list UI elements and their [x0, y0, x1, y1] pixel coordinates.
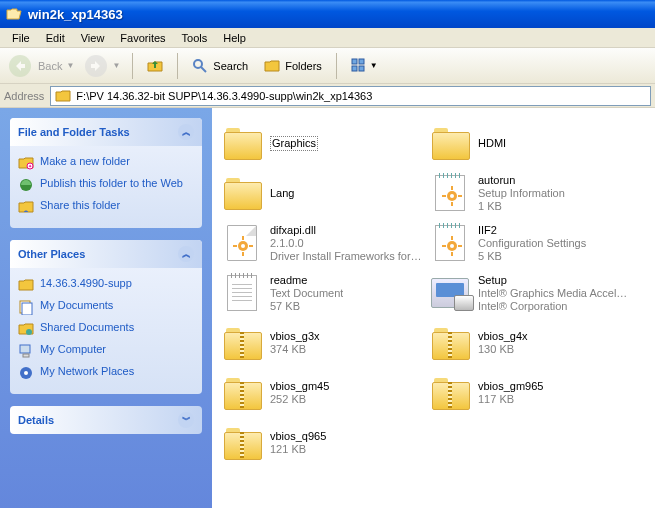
file-item[interactable]: Lang	[218, 168, 426, 218]
forward-button[interactable]	[82, 52, 110, 80]
menu-edit[interactable]: Edit	[38, 30, 73, 46]
menu-help[interactable]: Help	[215, 30, 254, 46]
file-subline: 374 KB	[270, 343, 320, 356]
views-dropdown-icon[interactable]: ▼	[370, 61, 378, 70]
svg-rect-12	[22, 303, 32, 315]
file-subline: 1 KB	[478, 200, 565, 213]
titlebar: win2k_xp14363	[0, 0, 655, 28]
file-name: autorun	[478, 174, 565, 187]
file-item[interactable]: difxapi.dll2.1.0.0Driver Install Framewo…	[218, 218, 426, 268]
menu-tools[interactable]: Tools	[174, 30, 216, 46]
folders-label: Folders	[285, 60, 322, 72]
address-field[interactable]: F:\PV 14.36.32-bit SUPP\14.36.3.4990-sup…	[50, 86, 651, 106]
file-item[interactable]: IIF2Configuration Settings5 KB	[426, 218, 634, 268]
panel-places: Other Places ︽ 14.36.3.4990-supp My Docu…	[10, 240, 202, 394]
views-button[interactable]: ▼	[345, 54, 388, 78]
file-name: IIF2	[478, 224, 586, 237]
file-subline: 117 KB	[478, 393, 543, 406]
file-name: vbios_g3x	[270, 330, 320, 343]
task-new-folder[interactable]: ✦ Make a new folder	[18, 152, 194, 174]
documents-icon	[18, 299, 34, 315]
zip-icon	[430, 373, 470, 413]
svg-point-13	[26, 329, 32, 335]
toolbar: Back ▼ ▼ Search Folders ▼	[0, 48, 655, 84]
file-name: Graphics	[270, 136, 318, 151]
panel-details-header[interactable]: Details ︾	[10, 406, 202, 434]
svg-rect-31	[451, 236, 453, 240]
forward-dropdown-icon[interactable]: ▼	[112, 61, 120, 70]
svg-rect-20	[242, 252, 244, 256]
file-item[interactable]: SetupIntel® Graphics Media Acceler...Int…	[426, 268, 634, 318]
address-label: Address	[4, 90, 44, 102]
menu-file[interactable]: File	[4, 30, 38, 46]
task-label: Publish this folder to the Web	[40, 177, 183, 189]
back-label: Back	[38, 60, 62, 72]
file-item[interactable]: vbios_g4x130 KB	[426, 318, 634, 368]
svg-rect-32	[451, 252, 453, 256]
file-item[interactable]: vbios_g3x374 KB	[218, 318, 426, 368]
panel-places-header[interactable]: Other Places ︽	[10, 240, 202, 268]
svg-rect-27	[442, 195, 446, 197]
zip-icon	[222, 423, 262, 463]
svg-rect-25	[451, 186, 453, 190]
ini-icon	[430, 223, 470, 263]
content-area: File and Folder Tasks ︽ ✦ Make a new fol…	[0, 108, 655, 508]
svg-point-23	[241, 244, 245, 248]
svg-rect-4	[352, 59, 357, 64]
file-name: vbios_gm45	[270, 380, 329, 393]
file-item[interactable]: readmeText Document57 KB	[218, 268, 426, 318]
svg-rect-21	[233, 245, 237, 247]
menu-favorites[interactable]: Favorites	[112, 30, 173, 46]
svg-rect-7	[359, 66, 364, 71]
file-item[interactable]: vbios_q965121 KB	[218, 418, 426, 468]
back-dropdown-icon[interactable]: ▼	[66, 61, 74, 70]
task-share-folder[interactable]: Share this folder	[18, 196, 194, 218]
back-button[interactable]	[6, 52, 34, 80]
file-name: vbios_q965	[270, 430, 326, 443]
file-subline: Configuration Settings	[478, 237, 586, 250]
panel-places-title: Other Places	[18, 248, 85, 260]
file-item[interactable]: vbios_gm45252 KB	[218, 368, 426, 418]
search-label: Search	[213, 60, 248, 72]
place-label: My Network Places	[40, 365, 134, 377]
place-parent-folder[interactable]: 14.36.3.4990-supp	[18, 274, 194, 296]
address-bar: Address F:\PV 14.36.32-bit SUPP\14.36.3.…	[0, 84, 655, 108]
file-subline: 57 KB	[270, 300, 343, 313]
file-item[interactable]: HDMI	[426, 118, 634, 168]
place-network-places[interactable]: My Network Places	[18, 362, 194, 384]
task-publish-web[interactable]: Publish this folder to the Web	[18, 174, 194, 196]
place-shared-documents[interactable]: Shared Documents	[18, 318, 194, 340]
svg-point-35	[450, 244, 454, 248]
chevron-up-icon: ︽	[178, 124, 194, 140]
svg-point-17	[24, 371, 28, 375]
place-my-documents[interactable]: My Documents	[18, 296, 194, 318]
svg-rect-5	[359, 59, 364, 64]
folder-icon	[222, 123, 262, 163]
place-label: My Documents	[40, 299, 113, 311]
file-subline: Intel® Corporation	[478, 300, 630, 313]
file-item[interactable]: vbios_gm965117 KB	[426, 368, 634, 418]
panel-tasks: File and Folder Tasks ︽ ✦ Make a new fol…	[10, 118, 202, 228]
svg-rect-14	[20, 345, 30, 353]
network-icon	[18, 365, 34, 381]
file-subline: 130 KB	[478, 343, 528, 356]
file-item[interactable]: autorunSetup Information1 KB	[426, 168, 634, 218]
panel-tasks-title: File and Folder Tasks	[18, 126, 130, 138]
menu-view[interactable]: View	[73, 30, 113, 46]
svg-point-2	[194, 60, 202, 68]
up-button[interactable]	[141, 54, 169, 78]
svg-line-3	[201, 67, 206, 72]
panel-tasks-header[interactable]: File and Folder Tasks ︽	[10, 118, 202, 146]
zip-icon	[222, 323, 262, 363]
shared-docs-icon	[18, 321, 34, 337]
folder-icon	[430, 123, 470, 163]
setup-icon	[430, 273, 470, 313]
folder-open-icon	[6, 6, 22, 22]
folders-button[interactable]: Folders	[258, 54, 328, 78]
file-subline: 121 KB	[270, 443, 326, 456]
search-button[interactable]: Search	[186, 54, 254, 78]
file-item[interactable]: Graphics	[218, 118, 426, 168]
svg-rect-28	[458, 195, 462, 197]
place-my-computer[interactable]: My Computer	[18, 340, 194, 362]
file-view[interactable]: GraphicsLangdifxapi.dll2.1.0.0Driver Ins…	[212, 108, 655, 508]
